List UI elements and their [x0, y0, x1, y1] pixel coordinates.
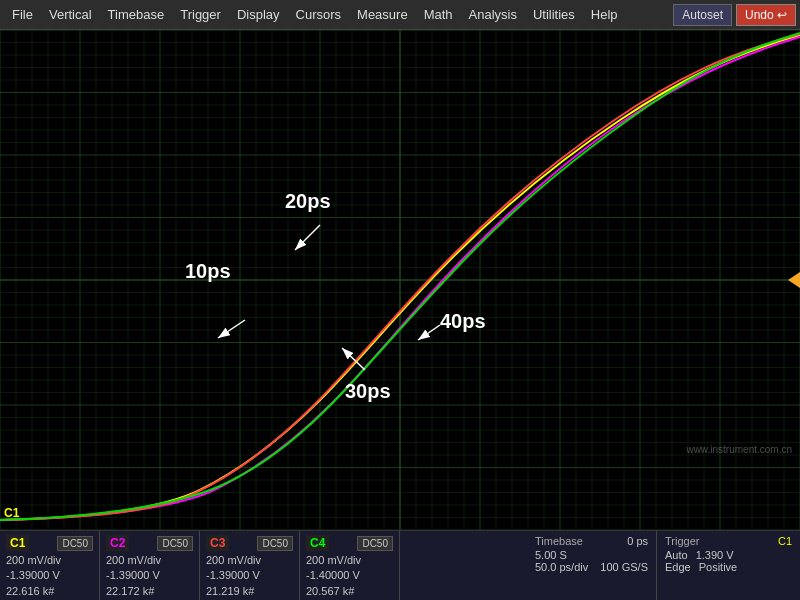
- trigger-label: Trigger: [665, 535, 699, 547]
- ch2-label: C2: [106, 535, 129, 551]
- menubar: File Vertical Timebase Trigger Display C…: [0, 0, 800, 30]
- trigger-slope: Positive: [699, 561, 738, 573]
- ch3-vdiv: 200 mV/div: [206, 553, 293, 568]
- ch1-label: C1: [6, 535, 29, 551]
- menu-math[interactable]: Math: [416, 3, 461, 26]
- statusbar: C1 DC50 200 mV/div -1.39000 V 22.616 k# …: [0, 530, 800, 600]
- c1-marker: C1: [2, 504, 21, 522]
- undo-button[interactable]: Undo ↩: [736, 4, 796, 26]
- timebase-value1: 0 ps: [627, 535, 648, 549]
- menu-help[interactable]: Help: [583, 3, 626, 26]
- ch2-freq: 22.172 k#: [106, 584, 193, 599]
- menu-cursors[interactable]: Cursors: [288, 3, 350, 26]
- trigger-level: 1.390 V: [696, 549, 734, 561]
- trigger-type: Edge: [665, 561, 691, 573]
- menu-file[interactable]: File: [4, 3, 41, 26]
- ch4-dc-badge: DC50: [357, 536, 393, 551]
- ch3-voltage: -1.39000 V: [206, 568, 293, 583]
- ch2-dc-badge: DC50: [157, 536, 193, 551]
- timebase-value2: 5.00 S: [535, 549, 648, 561]
- waveform-display: [0, 30, 800, 530]
- ch2-vdiv: 200 mV/div: [106, 553, 193, 568]
- ch3-label: C3: [206, 535, 229, 551]
- trigger-mode: Auto: [665, 549, 688, 561]
- menu-trigger[interactable]: Trigger: [172, 3, 229, 26]
- timebase-status: Timebase 0 ps 5.00 S 50.0 ps/div 100 GS/…: [527, 531, 657, 600]
- channel-status-c3: C3 DC50 200 mV/div -1.39000 V 21.219 k#: [200, 531, 300, 600]
- ch4-freq: 20.567 k#: [306, 584, 393, 599]
- timebase-psdiv: 50.0 ps/div: [535, 561, 588, 573]
- oscilloscope-screen: 10ps 20ps 30ps 40ps C1 www.instrument.co…: [0, 30, 800, 530]
- timebase-samplerate: 100 GS/S: [600, 561, 648, 573]
- ch2-voltage: -1.39000 V: [106, 568, 193, 583]
- ch3-dc-badge: DC50: [257, 536, 293, 551]
- channel-status-c4: C4 DC50 200 mV/div -1.40000 V 20.567 k#: [300, 531, 400, 600]
- trigger-arrow: [788, 272, 800, 288]
- menu-analysis[interactable]: Analysis: [461, 3, 525, 26]
- ch1-dc-badge: DC50: [57, 536, 93, 551]
- menu-display[interactable]: Display: [229, 3, 288, 26]
- menu-timebase[interactable]: Timebase: [100, 3, 173, 26]
- channel-status-c1: C1 DC50 200 mV/div -1.39000 V 22.616 k#: [0, 531, 100, 600]
- timebase-label: Timebase: [535, 535, 583, 547]
- ch4-voltage: -1.40000 V: [306, 568, 393, 583]
- menu-measure[interactable]: Measure: [349, 3, 416, 26]
- ch1-voltage: -1.39000 V: [6, 568, 93, 583]
- channel-status-c2: C2 DC50 200 mV/div -1.39000 V 22.172 k#: [100, 531, 200, 600]
- menu-utilities[interactable]: Utilities: [525, 3, 583, 26]
- trigger-status: Trigger C1 Auto 1.390 V Edge Positive: [657, 531, 800, 600]
- ch4-label: C4: [306, 535, 329, 551]
- ch1-vdiv: 200 mV/div: [6, 553, 93, 568]
- autoset-button[interactable]: Autoset: [673, 4, 732, 26]
- ch3-freq: 21.219 k#: [206, 584, 293, 599]
- trigger-channel: C1: [778, 535, 792, 549]
- ch1-freq: 22.616 k#: [6, 584, 93, 599]
- ch4-vdiv: 200 mV/div: [306, 553, 393, 568]
- menu-vertical[interactable]: Vertical: [41, 3, 100, 26]
